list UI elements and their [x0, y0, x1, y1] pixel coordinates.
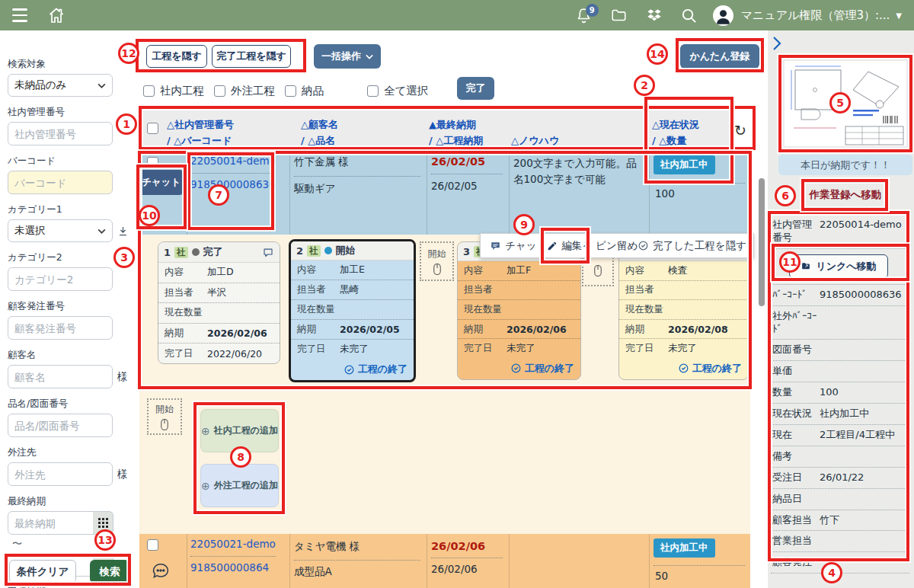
card-number: 3 — [463, 246, 470, 257]
sort-status[interactable]: △現在状況/ △数量 — [652, 117, 699, 149]
sort-final-due[interactable]: ▲最終納期/ △工程納期 — [429, 117, 483, 149]
process-card-2[interactable]: 2 社 開始 内容加工E 担当者黒崎 現在数量 納期2026/02/05 完了日… — [289, 239, 416, 382]
process-due-date: 26/02/06 — [431, 563, 503, 575]
user-menu-label[interactable]: マニュアル権限（管理3）:... — [741, 8, 890, 23]
checkbox-internal-process[interactable]: 社内工程 — [143, 84, 204, 98]
product-name-label: 品名/図面番号 — [8, 398, 133, 411]
record-barcode-link[interactable]: 9185000008636 — [190, 177, 276, 193]
end-process-link[interactable]: 工程の終了 — [458, 358, 580, 379]
detail-row: 備考 — [771, 446, 909, 468]
mouse-icon — [593, 264, 602, 277]
app-root: 9 マニュアル権限（管理3）:... ▼ 検索対象 未納品の — [0, 0, 914, 588]
process-card-3[interactable]: 3 社 内容加工F 担当者 現在数量 納期2026/02/06 完了日未完了 工… — [457, 241, 581, 380]
checkbox-external-process[interactable]: 外注工程 — [214, 84, 275, 98]
go-to-link-button[interactable]: リンクへ移動 — [789, 254, 888, 279]
customer-name-label: 顧客名 — [8, 349, 133, 362]
product-name-input[interactable] — [8, 414, 113, 437]
vendor-input[interactable] — [8, 462, 113, 486]
card-number: 2 — [296, 245, 303, 257]
checkbox-delivery[interactable]: 納品 — [285, 84, 324, 98]
sort-knowhow[interactable]: △ノウハウ — [511, 133, 559, 149]
download-arrow-icon[interactable] — [117, 225, 129, 237]
drawing-thumbnail[interactable] — [783, 59, 908, 148]
comment-bubble-icon[interactable] — [262, 247, 274, 258]
bulk-action-button[interactable]: 一括操作 — [314, 44, 381, 69]
easy-register-button[interactable]: かんたん登録 — [680, 44, 759, 69]
customer-order-input[interactable] — [8, 316, 113, 340]
detail-row: 顧客発注 — [771, 552, 909, 574]
checkbox-icon[interactable] — [143, 85, 155, 97]
notification-count-badge: 9 — [586, 4, 599, 17]
annotation-circle-2: 2 — [634, 75, 655, 96]
drop-target-start[interactable] — [582, 254, 614, 286]
search-button[interactable]: 検索 — [90, 560, 129, 583]
date-range-tilde: 〜 — [12, 537, 133, 551]
add-internal-process-button[interactable]: ⊕ 社内工程の追加 — [200, 409, 279, 452]
end-process-link[interactable]: 工程の終了 — [619, 358, 748, 379]
complete-button[interactable]: 完了 — [457, 77, 494, 100]
menu-item-edit[interactable]: 編集 — [547, 239, 582, 253]
drop-target-start[interactable]: 開始 — [420, 241, 454, 281]
notifications-bell-icon[interactable]: 9 — [575, 7, 593, 24]
detail-row: 図面番号 — [771, 340, 909, 361]
process-card-4[interactable]: 内容検査 担当者 現在数量 納期2026/02/08 完了日未完了 工程の終了 — [618, 241, 749, 380]
plus-icon: ⊕ — [201, 480, 210, 492]
checkbox-icon[interactable] — [285, 85, 296, 97]
refresh-icon[interactable]: ↻ — [734, 122, 746, 139]
vendor-label: 外注先 — [8, 446, 133, 459]
menu-item-chat[interactable]: チャット — [490, 239, 547, 253]
search-target-label: 検索対象 — [8, 58, 133, 71]
hide-completed-process-button[interactable]: 完了工程を隠す — [212, 45, 291, 68]
customer-name-input[interactable] — [8, 365, 113, 388]
chat-bubble-icon[interactable] — [151, 561, 171, 584]
menu-item-pin[interactable]: ピン留め — [582, 239, 638, 253]
header-select-checkbox[interactable] — [147, 123, 158, 134]
clear-conditions-button[interactable]: 条件クリア — [9, 560, 76, 583]
folder-icon[interactable] — [609, 7, 628, 24]
add-external-process-button[interactable]: ⊕ 外注工程の追加 — [200, 464, 279, 507]
avatar[interactable] — [713, 5, 733, 26]
process-due-date: 26/02/05 — [431, 180, 503, 192]
collapse-panel-chevron-icon[interactable] — [772, 36, 782, 54]
search-target-select[interactable]: 未納品のみ — [8, 74, 113, 97]
home-icon[interactable] — [47, 6, 66, 24]
record-id-link[interactable]: 22050021-demo — [190, 537, 276, 552]
hamburger-menu-icon[interactable] — [12, 7, 27, 24]
checkbox-icon[interactable] — [367, 85, 379, 97]
user-menu-caret-icon[interactable]: ▼ — [896, 11, 902, 20]
category1-select[interactable]: 未選択 — [8, 219, 113, 242]
internal-id-input[interactable] — [8, 122, 113, 145]
menu-item-hide-completed[interactable]: 完了した工程を隠す — [638, 239, 746, 253]
search-icon[interactable] — [680, 7, 698, 24]
row-checkbox[interactable] — [147, 539, 158, 551]
checkbox-select-all[interactable]: 全て選択 — [367, 84, 428, 98]
row-checkbox[interactable] — [147, 157, 158, 168]
mouse-icon — [433, 263, 442, 276]
record-barcode-link[interactable]: 918500000864 — [190, 561, 276, 576]
final-due-from-input[interactable] — [8, 511, 97, 535]
circle-check-icon — [510, 363, 522, 374]
chat-button[interactable]: チャット — [139, 170, 183, 195]
dropbox-icon[interactable] — [645, 7, 663, 24]
record-id-link[interactable]: 22050014-demo — [190, 154, 276, 169]
chevron-down-icon — [97, 83, 106, 88]
vertical-scrollbar[interactable] — [759, 178, 765, 306]
checkbox-icon[interactable] — [214, 85, 225, 97]
category2-label: カテゴリー2 — [8, 251, 133, 264]
mouse-icon — [160, 418, 169, 431]
end-process-link[interactable]: 工程の終了 — [291, 359, 414, 380]
filter-sidebar: 検索対象 未納品のみ 社内管理番号 バーコード カテゴリー1 未選択 カテゴリー… — [0, 30, 133, 588]
work-register-link[interactable]: 作業登録へ移動 — [806, 182, 885, 208]
sort-customer[interactable]: △顧客名/ △品名 — [301, 117, 338, 149]
process-card-1[interactable]: 1 社 完了 内容加工D 担当者半沢 現在数量 納期2026/02/06 完了日… — [158, 241, 280, 364]
drop-target-start[interactable]: 開始 — [147, 398, 182, 435]
hide-process-button[interactable]: 工程を隠す — [146, 45, 207, 68]
calendar-icon[interactable] — [93, 511, 113, 535]
category2-input[interactable] — [8, 267, 113, 291]
barcode-input[interactable] — [8, 171, 113, 194]
sort-internal-id[interactable]: △社内管理番号/ △バーコード — [167, 117, 234, 149]
annotation-circle-14: 14 — [647, 43, 668, 65]
chevron-down-icon — [97, 228, 106, 234]
status-badge: 社内加工中 — [654, 538, 715, 558]
detail-row: 社外ﾊﾞｰｺｰﾄﾞ — [771, 306, 909, 340]
